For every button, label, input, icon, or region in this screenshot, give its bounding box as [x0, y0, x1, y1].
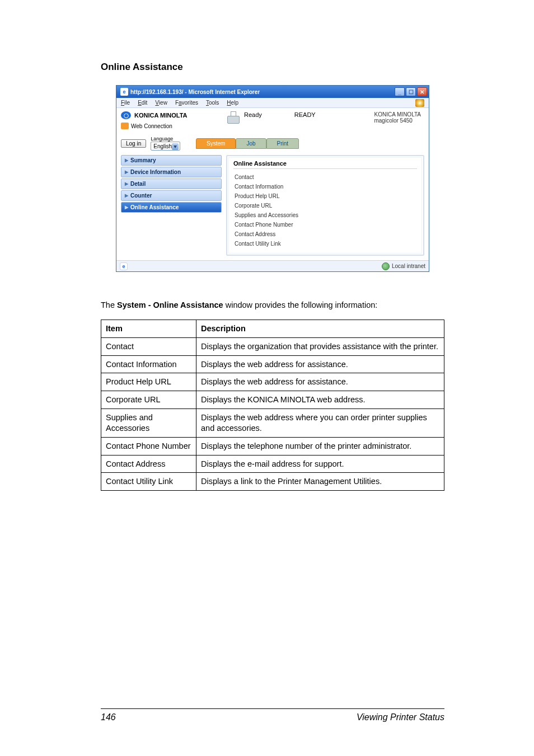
table-cell-item: Contact Information — [101, 355, 196, 373]
panel-line-contact-utility: Contact Utility Link — [233, 239, 417, 248]
km-logo-icon: ◯ — [121, 111, 131, 119]
chevron-right-icon: ▶ — [125, 193, 128, 198]
ie-status-icon: e — [120, 262, 128, 270]
menu-edit[interactable]: Edit — [138, 100, 147, 106]
table-cell-item: Corporate URL — [101, 391, 196, 409]
menu-tools[interactable]: Tools — [206, 100, 219, 106]
chevron-right-icon: ▶ — [125, 181, 128, 186]
table-cell-item: Product Help URL — [101, 373, 196, 391]
sidebar-item-online-assistance[interactable]: ▶Online Assistance — [121, 202, 222, 213]
table-row: Contact InformationDisplays the web addr… — [101, 355, 444, 373]
browser-window: e http://192.168.1.193/ - Microsoft Inte… — [116, 85, 429, 272]
chevron-right-icon: ▶ — [125, 158, 128, 163]
panel-line-corporate-url: Corporate URL — [233, 201, 417, 210]
table-row: Corporate URLDisplays the KONICA MINOLTA… — [101, 391, 444, 409]
maximize-button[interactable]: ☐ — [406, 87, 416, 96]
panel-line-contact-address: Contact Address — [233, 229, 417, 239]
language-label: Language — [151, 136, 180, 142]
intranet-zone-icon — [382, 262, 390, 270]
status-zone-text: Local intranet — [392, 263, 425, 269]
table-header-item: Item — [101, 320, 196, 337]
tab-system[interactable]: System — [196, 138, 236, 149]
table-cell-item: Contact Phone Number — [101, 437, 196, 455]
table-cell-desc: Displays the KONICA MINOLTA web address. — [196, 391, 444, 409]
status-ready-label: Ready — [244, 111, 262, 118]
panel-line-product-help-url: Product Help URL — [233, 191, 417, 201]
table-row: Contact Utility LinkDisplays a link to t… — [101, 473, 444, 491]
section-heading: Online Assistance — [101, 62, 444, 73]
language-select[interactable]: English — [151, 142, 180, 151]
menu-bar: File Edit View Favorites Tools Help — [116, 98, 429, 108]
footer-text: Viewing Printer Status — [357, 712, 444, 722]
tab-print[interactable]: Print — [266, 138, 299, 149]
table-cell-desc: Displays the organization that provides … — [196, 337, 444, 355]
table-cell-desc: Displays the web address for assistance. — [196, 373, 444, 391]
menu-help[interactable]: Help — [227, 100, 238, 106]
table-row: Product Help URLDisplays the web address… — [101, 373, 444, 391]
table-cell-item: Contact Utility Link — [101, 473, 196, 491]
sidebar-item-device-information[interactable]: ▶Device Information — [121, 167, 222, 177]
sidebar-item-detail[interactable]: ▶Detail — [121, 179, 222, 189]
info-table: Item Description ContactDisplays the org… — [101, 320, 444, 491]
sidebar: ▶Summary ▶Device Information ▶Detail ▶Co… — [121, 155, 222, 256]
minimize-button[interactable]: _ — [395, 87, 405, 96]
chevron-right-icon: ▶ — [125, 205, 128, 210]
table-cell-desc: Displays the web address where you can o… — [196, 409, 444, 438]
pagescope-text: Web Connection — [131, 123, 172, 129]
window-titlebar: e http://192.168.1.193/ - Microsoft Inte… — [116, 86, 429, 98]
table-cell-item: Contact — [101, 337, 196, 355]
printer-icon — [227, 111, 240, 124]
intro-text: The System - Online Assistance window pr… — [101, 300, 444, 311]
tab-job[interactable]: Job — [236, 138, 266, 149]
panel-line-supplies: Supplies and Accessories — [233, 210, 417, 220]
windows-flag-icon — [415, 99, 424, 107]
table-cell-item: Contact Address — [101, 455, 196, 473]
login-button[interactable]: Log in — [121, 139, 146, 148]
pagescope-logo: Web Connection — [121, 123, 227, 129]
panel-line-contact-phone: Contact Phone Number — [233, 220, 417, 229]
status-ready-caps: READY — [294, 111, 316, 118]
page-number: 146 — [101, 712, 116, 722]
table-row: Contact Phone NumberDisplays the telepho… — [101, 437, 444, 455]
panel-line-contact-info: Contact Information — [233, 182, 417, 191]
km-logo-text: KONICA MINOLTA — [134, 112, 188, 119]
status-bar: e Local intranet — [116, 260, 429, 271]
table-row: Supplies and AccessoriesDisplays the web… — [101, 409, 444, 438]
pagescope-icon — [121, 123, 129, 129]
table-cell-item: Supplies and Accessories — [101, 409, 196, 438]
menu-favorites[interactable]: Favorites — [175, 100, 198, 106]
table-cell-desc: Displays the web address for assistance. — [196, 355, 444, 373]
chevron-right-icon: ▶ — [125, 170, 128, 175]
table-row: Contact AddressDisplays the e-mail addre… — [101, 455, 444, 473]
table-header-description: Description — [196, 320, 444, 337]
menu-view[interactable]: View — [155, 100, 167, 106]
device-name-line2: magicolor 5450 — [374, 118, 421, 124]
panel-heading: Online Assistance — [233, 160, 417, 169]
menu-file[interactable]: File — [121, 100, 130, 106]
page-footer: 146 Viewing Printer Status — [101, 708, 444, 722]
sidebar-item-summary[interactable]: ▶Summary — [121, 155, 222, 166]
table-row: ContactDisplays the organization that pr… — [101, 337, 444, 355]
window-title: http://192.168.1.193/ - Microsoft Intern… — [130, 89, 260, 95]
device-name-line1: KONICA MINOLTA — [374, 111, 421, 118]
table-cell-desc: Displays a link to the Printer Managemen… — [196, 473, 444, 491]
sidebar-item-counter[interactable]: ▶Counter — [121, 190, 222, 201]
table-cell-desc: Displays the e-mail address for support. — [196, 455, 444, 473]
close-button[interactable]: ✕ — [417, 87, 427, 96]
konica-minolta-logo: ◯ KONICA MINOLTA — [121, 111, 227, 119]
panel-line-contact: Contact — [233, 172, 417, 182]
main-panel: Online Assistance Contact Contact Inform… — [226, 155, 424, 256]
ie-icon: e — [120, 88, 128, 96]
table-cell-desc: Displays the telephone number of the pri… — [196, 437, 444, 455]
